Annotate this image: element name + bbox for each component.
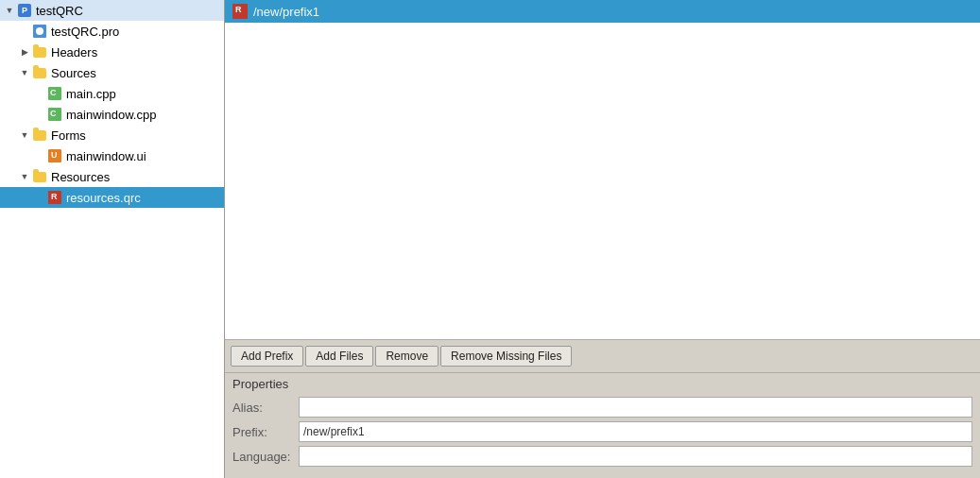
tree-item-Forms[interactable]: ▼ Forms (0, 125, 224, 145)
tree-item-testQRC[interactable]: ▼ testQRC (0, 0, 224, 21)
alias-label: Alias: (232, 401, 299, 415)
folder-sources-icon (32, 65, 47, 80)
alias-input[interactable] (299, 397, 972, 418)
add-prefix-button[interactable]: Add Prefix (231, 346, 303, 367)
toolbar-row: Add Prefix Add Files Remove Remove Missi… (225, 340, 980, 373)
content-panel: /new/prefix1 Add Prefix Add Files Remove… (225, 0, 980, 478)
tree-label-testQRC-pro: testQRC.pro (51, 25, 119, 39)
tree-label-mainwindow-cpp: mainwindow.cpp (66, 108, 156, 122)
language-label: Language: (232, 450, 299, 464)
expander-resources: ▼ (19, 171, 30, 182)
remove-button[interactable]: Remove (375, 346, 438, 367)
tree-item-mainwindow-cpp[interactable]: ▶ mainwindow.cpp (0, 104, 224, 125)
folder-forms-icon (32, 128, 47, 143)
tree-item-Sources[interactable]: ▼ Sources (0, 62, 224, 83)
folder-resources-icon (32, 169, 47, 184)
path-header: /new/prefix1 (225, 0, 980, 23)
tree-label-Sources: Sources (51, 66, 96, 80)
qrc-icon (47, 190, 62, 205)
remove-missing-files-button[interactable]: Remove Missing Files (440, 346, 572, 367)
alias-row: Alias: (232, 397, 972, 418)
cpp-main-icon (47, 86, 62, 101)
path-header-text: /new/prefix1 (253, 5, 319, 19)
tree-label-main-cpp: main.cpp (66, 87, 116, 101)
bottom-panel: Add Prefix Add Files Remove Remove Missi… (225, 339, 980, 478)
properties-section: Properties Alias: Prefix: Language: (225, 373, 980, 478)
tree-item-resources-qrc[interactable]: ▶ resources.qrc (0, 187, 224, 208)
tree-item-Headers[interactable]: ▶ Headers (0, 42, 224, 62)
project-icon (17, 3, 32, 18)
language-input[interactable] (299, 446, 972, 467)
add-files-button[interactable]: Add Files (305, 346, 373, 367)
cpp-mainwindow-icon (47, 107, 62, 122)
prefix-label: Prefix: (232, 425, 299, 439)
tree-item-main-cpp[interactable]: ▶ main.cpp (0, 83, 224, 104)
project-tree: ▼ testQRC ▶ testQRC.pro ▶ Headers ▼ Sour… (0, 0, 225, 478)
expander-testQRC: ▼ (4, 5, 15, 16)
tree-item-Resources[interactable]: ▼ Resources (0, 166, 224, 187)
tree-label-Forms: Forms (51, 128, 86, 143)
expander-forms: ▼ (19, 129, 30, 141)
tree-item-mainwindow-ui[interactable]: ▶ mainwindow.ui (0, 145, 224, 166)
path-qrc-icon (232, 4, 248, 19)
tree-item-testQRC-pro[interactable]: ▶ testQRC.pro (0, 21, 224, 42)
tree-label-Resources: Resources (51, 170, 110, 184)
pro-icon (32, 24, 47, 39)
language-row: Language: (232, 446, 972, 467)
tree-label-testQRC: testQRC (36, 4, 83, 18)
expander-sources: ▼ (19, 67, 30, 78)
prefix-row: Prefix: (232, 421, 972, 442)
tree-label-Headers: Headers (51, 45, 97, 60)
folder-headers-icon (32, 44, 47, 60)
tree-label-resources-qrc: resources.qrc (66, 191, 141, 205)
tree-label-mainwindow-ui: mainwindow.ui (66, 149, 146, 163)
ui-mainwindow-icon (47, 148, 62, 163)
properties-title: Properties (232, 377, 972, 391)
resource-edit-area (225, 23, 980, 339)
expander-headers: ▶ (19, 46, 30, 58)
prefix-input[interactable] (299, 421, 972, 442)
